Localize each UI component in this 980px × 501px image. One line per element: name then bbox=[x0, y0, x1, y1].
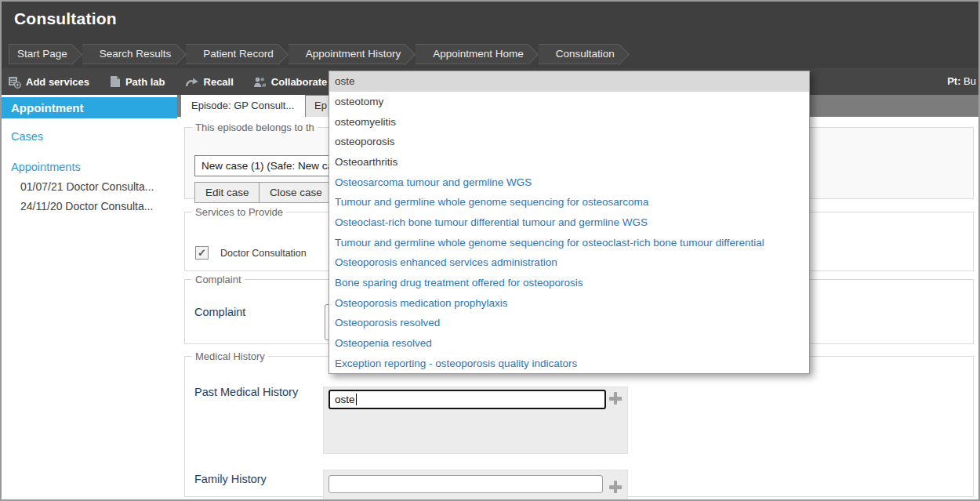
autocomplete-item[interactable]: Osteoclast-rich bone tumour differential… bbox=[329, 212, 809, 233]
autocomplete-item[interactable]: Bone sparing drug treatment offered for … bbox=[329, 273, 809, 293]
autocomplete-item[interactable]: osteomyelitis bbox=[329, 111, 809, 132]
autocomplete-item[interactable]: Osteoporosis enhanced services administr… bbox=[329, 252, 809, 273]
family-history-input[interactable] bbox=[328, 475, 603, 493]
sidebar-appointment-entry[interactable]: 24/11/20 Doctor Consulta... bbox=[20, 200, 177, 212]
add-services-button[interactable]: Add services bbox=[8, 75, 89, 89]
patient-banner-label: Pt: bbox=[947, 75, 960, 87]
add-family-history-button[interactable] bbox=[609, 481, 622, 493]
past-medical-history-label: Past Medical History bbox=[194, 386, 298, 398]
collaborate-button[interactable]: Collaborate bbox=[253, 76, 328, 88]
autocomplete-dropdown: oste osteotomy osteomyelitis osteoporosi… bbox=[328, 71, 810, 374]
sidebar-appointment-entry[interactable]: 01/07/21 Doctor Consulta... bbox=[20, 180, 177, 193]
patient-banner: Pt: Bu bbox=[947, 68, 976, 95]
breadcrumb-appointment-history[interactable]: Appointment History bbox=[289, 44, 406, 64]
close-case-button[interactable]: Close case bbox=[259, 182, 333, 203]
autocomplete-item[interactable]: Exception reporting - osteoporosis quali… bbox=[329, 353, 809, 373]
past-medical-history-input[interactable]: oste bbox=[328, 390, 606, 409]
autocomplete-item[interactable]: Tumour and germline whole genome sequenc… bbox=[329, 232, 809, 252]
consultation-window: Consultation Start Page Search Results P… bbox=[0, 0, 980, 501]
patient-banner-value: Bu bbox=[964, 75, 976, 87]
sidebar-item-appointments[interactable]: Appointments bbox=[11, 161, 177, 173]
episode-section-legend: This episode belongs to th bbox=[192, 122, 318, 133]
autocomplete-item[interactable]: oste bbox=[329, 71, 809, 92]
tab-episode-gp-consult[interactable]: Episode: GP Consult... bbox=[181, 95, 305, 117]
autocomplete-item[interactable]: osteotomy bbox=[329, 92, 809, 112]
breadcrumb-patient-record[interactable]: Patient Record bbox=[186, 44, 278, 64]
autocomplete-item[interactable]: osteoporosis bbox=[329, 132, 809, 152]
autocomplete-item[interactable]: Osteosarcoma tumour and germline WGS bbox=[329, 172, 809, 192]
page-title: Consultation bbox=[14, 9, 117, 28]
path-lab-button[interactable]: Path lab bbox=[109, 75, 165, 88]
services-section-legend: Services to Provide bbox=[192, 206, 286, 218]
family-history-label: Family History bbox=[194, 473, 267, 485]
autocomplete-item[interactable]: Osteoporosis resolved bbox=[329, 313, 809, 333]
sidebar-item-cases[interactable]: Cases bbox=[11, 130, 177, 143]
breadcrumb-appointment-home[interactable]: Appointment Home bbox=[416, 44, 528, 64]
complaint-section-legend: Complaint bbox=[192, 274, 245, 285]
breadcrumb-start-page[interactable]: Start Page bbox=[9, 44, 72, 64]
add-past-medical-history-button[interactable] bbox=[609, 392, 622, 405]
service-row: ✓ Doctor Consultation bbox=[195, 246, 307, 260]
autocomplete-item[interactable]: Osteopenia resolved bbox=[329, 333, 809, 354]
doctor-consultation-label: Doctor Consultation bbox=[220, 248, 307, 259]
past-medical-history-panel: oste bbox=[323, 387, 628, 454]
breadcrumb: Start Page Search Results Patient Record… bbox=[9, 44, 630, 64]
path-lab-icon bbox=[109, 75, 121, 88]
recall-button[interactable]: Recall bbox=[185, 76, 234, 88]
medical-history-section-legend: Medical History bbox=[192, 350, 268, 362]
breadcrumb-search-results[interactable]: Search Results bbox=[82, 44, 176, 64]
collaborate-icon bbox=[253, 76, 267, 88]
add-services-icon bbox=[8, 75, 21, 89]
sidebar-item-appointment[interactable]: Appointment bbox=[2, 97, 177, 118]
doctor-consultation-checkbox[interactable]: ✓ bbox=[195, 246, 209, 260]
autocomplete-item[interactable]: Osteoarthritis bbox=[329, 152, 809, 172]
sidebar: Appointment Cases Appointments 01/07/21 … bbox=[2, 95, 177, 499]
breadcrumb-consultation[interactable]: Consultation bbox=[539, 44, 619, 64]
autocomplete-item[interactable]: Tumour and germline whole genome sequenc… bbox=[329, 192, 809, 212]
family-history-panel bbox=[323, 470, 628, 501]
autocomplete-item[interactable]: Osteoporosis medication prophylaxis bbox=[329, 292, 809, 313]
text-cursor bbox=[356, 394, 357, 405]
recall-icon bbox=[185, 76, 199, 88]
complaint-field-label: Complaint bbox=[194, 306, 245, 318]
edit-case-button[interactable]: Edit case bbox=[194, 182, 260, 203]
